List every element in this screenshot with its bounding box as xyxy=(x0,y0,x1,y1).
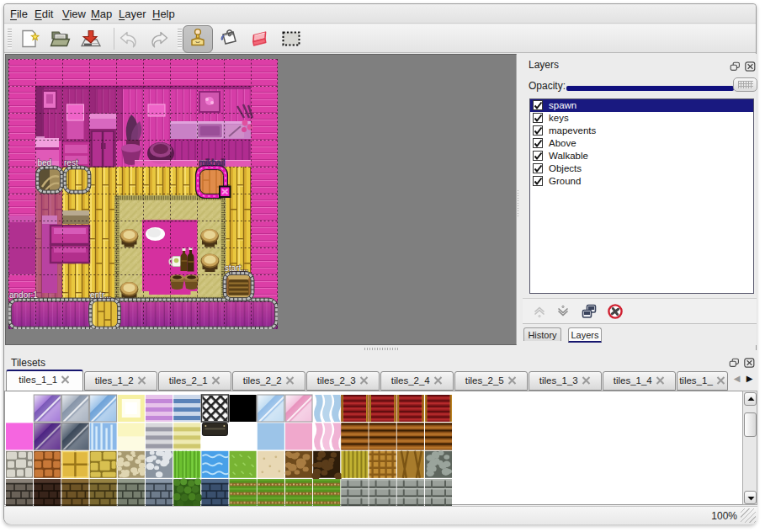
svg-text:entr...: entr... xyxy=(90,290,111,300)
svg-text:andor:1: andor:1 xyxy=(9,290,38,300)
svg-text:mikhail: mikhail xyxy=(199,157,225,167)
svg-text:start...: start... xyxy=(225,263,248,273)
svg-text:rest: rest xyxy=(64,157,78,167)
svg-text:bed: bed xyxy=(37,157,51,167)
